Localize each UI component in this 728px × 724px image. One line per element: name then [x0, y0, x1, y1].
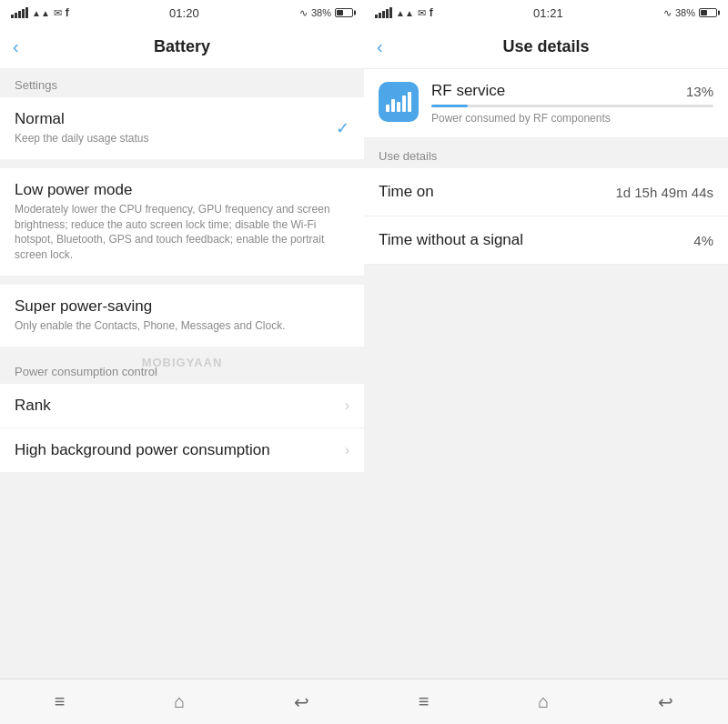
app-progress-bar	[431, 105, 713, 107]
section-header-power: Power consumption control	[0, 356, 364, 384]
left-panel: ▲▲ ✉ f 01:20 ∿ 38% ‹ Battery Settings No…	[0, 0, 364, 724]
chart-icon	[386, 92, 411, 112]
menu-icon-right[interactable]: ≡	[419, 691, 430, 712]
item-main-super: Super power-saving Only enable the Conta…	[15, 297, 349, 334]
menu-icon-left[interactable]: ≡	[55, 691, 66, 712]
divider-1	[0, 159, 364, 168]
detail-row-timeon: Time on 1d 15h 49m 44s	[364, 168, 728, 216]
battery-icon-left	[335, 8, 353, 17]
app-percent: 13%	[686, 84, 713, 99]
item-main-highbg: High background power consumption	[15, 441, 345, 459]
chevron-icon-rank: ›	[345, 397, 349, 414]
page-title-right: Use details	[502, 37, 589, 56]
status-time-left: 01:20	[169, 6, 199, 20]
item-title-highbg: High background power consumption	[15, 441, 345, 459]
content-left: Settings Normal Keep the daily usage sta…	[0, 69, 364, 679]
signal-icon-2: ▲▲	[32, 8, 50, 18]
home-icon-right[interactable]: ⌂	[538, 691, 549, 712]
item-subtitle-normal: Keep the daily usage status	[15, 131, 336, 146]
app-name-row: RF service 13%	[431, 82, 713, 100]
detail-label-nosignal: Time without a signal	[379, 231, 523, 249]
app-icon-box	[379, 82, 419, 122]
bottom-nav-left: ≡ ⌂ ↩	[0, 679, 364, 724]
divider-4	[0, 472, 364, 481]
battery-icon-right	[699, 8, 717, 17]
signal-icon	[11, 7, 28, 18]
list-item-lowpower[interactable]: Low power mode Moderately lower the CPU …	[0, 168, 364, 276]
detail-row-nosignal: Time without a signal 4%	[364, 216, 728, 265]
nav-bar-right: ‹ Use details	[364, 25, 728, 69]
detail-label-timeon: Time on	[379, 183, 434, 201]
list-group-power: Rank › High background power consumption…	[0, 384, 364, 472]
app-info: RF service 13% Power consumed by RF comp…	[431, 82, 713, 125]
item-main-rank: Rank	[15, 397, 345, 415]
app-description: Power consumed by RF components	[431, 112, 713, 125]
status-left: ▲▲ ✉ f	[11, 6, 69, 19]
list-item-super[interactable]: Super power-saving Only enable the Conta…	[0, 285, 364, 347]
facebook-icon: f	[66, 6, 69, 19]
item-main-normal: Normal Keep the daily usage status	[15, 110, 336, 146]
message-icon: ✉	[54, 7, 62, 19]
status-left-right: ▲▲ ✉ f	[375, 6, 433, 19]
item-subtitle-lowpower: Moderately lower the CPU frequency, GPU …	[15, 202, 349, 263]
divider-2	[0, 276, 364, 285]
app-row: RF service 13% Power consumed by RF comp…	[364, 69, 728, 138]
item-title-normal: Normal	[15, 110, 336, 128]
detail-value-timeon: 1d 15h 49m 44s	[615, 185, 713, 200]
battery-percent-left: 38%	[311, 7, 331, 18]
content-right: RF service 13% Power consumed by RF comp…	[364, 69, 728, 679]
detail-list: Time on 1d 15h 49m 44s Time without a si…	[364, 168, 728, 265]
status-right-left: ∿ 38%	[299, 7, 353, 19]
item-title-rank: Rank	[15, 397, 345, 415]
facebook-icon-right: f	[430, 6, 433, 19]
item-title-lowpower: Low power mode	[15, 181, 349, 199]
list-group-super: Super power-saving Only enable the Conta…	[0, 285, 364, 347]
status-bar-left: ▲▲ ✉ f 01:20 ∿ 38%	[0, 0, 364, 25]
list-group-normal: Normal Keep the daily usage status ✓	[0, 97, 364, 159]
status-time-right: 01:21	[533, 6, 563, 20]
wifi-icon: ∿	[299, 7, 308, 19]
home-icon-left[interactable]: ⌂	[174, 691, 185, 712]
list-item-rank[interactable]: Rank ›	[0, 384, 364, 428]
bottom-nav-right: ≡ ⌂ ↩	[364, 679, 728, 724]
back-icon-left[interactable]: ↩	[294, 691, 309, 713]
nav-bar-left: ‹ Battery	[0, 25, 364, 69]
back-icon-right[interactable]: ↩	[658, 691, 673, 713]
signal-icon-right-2: ▲▲	[396, 8, 414, 18]
list-group-lowpower: Low power mode Moderately lower the CPU …	[0, 168, 364, 276]
page-title-left: Battery	[154, 37, 210, 56]
item-subtitle-super: Only enable the Contacts, Phone, Message…	[15, 318, 349, 334]
status-bar-right: ▲▲ ✉ f 01:21 ∿ 38%	[364, 0, 728, 25]
wifi-icon-right: ∿	[663, 7, 672, 19]
app-progress-fill	[431, 105, 468, 107]
right-panel: ▲▲ ✉ f 01:21 ∿ 38% ‹ Use details	[364, 0, 728, 724]
battery-percent-right: 38%	[675, 7, 695, 18]
app-name: RF service	[431, 82, 505, 100]
divider-3	[0, 347, 364, 356]
item-main-lowpower: Low power mode Moderately lower the CPU …	[15, 181, 349, 263]
list-item-highbg[interactable]: High background power consumption ›	[0, 428, 364, 472]
message-icon-right: ✉	[418, 7, 426, 19]
section-header-settings: Settings	[0, 69, 364, 97]
detail-section-header: Use details	[364, 138, 728, 168]
item-title-super: Super power-saving	[15, 297, 349, 316]
back-button-right[interactable]: ‹	[377, 36, 383, 57]
detail-value-nosignal: 4%	[693, 233, 713, 248]
chevron-icon-highbg: ›	[345, 442, 349, 458]
signal-icon-right	[375, 7, 392, 18]
back-button-left[interactable]: ‹	[13, 36, 19, 57]
check-icon-normal: ✓	[336, 118, 349, 138]
list-item-normal[interactable]: Normal Keep the daily usage status ✓	[0, 97, 364, 159]
status-right-right: ∿ 38%	[663, 7, 717, 19]
